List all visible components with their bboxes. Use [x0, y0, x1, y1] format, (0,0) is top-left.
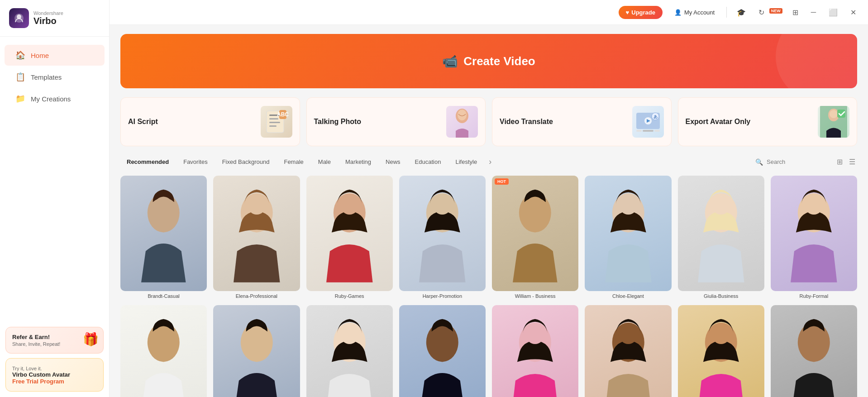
svg-rect-16 — [636, 130, 642, 132]
avatar-card[interactable]: Amara - Traditional — [678, 305, 764, 397]
svg-point-64 — [434, 326, 451, 344]
feature-card-talking-photo[interactable]: Talking Photo — [306, 97, 486, 146]
avatar-grid: Brandt-Casual Elena-Professional Ruby-Ga… — [120, 176, 857, 397]
refresh-icon[interactable]: ↻ — [756, 7, 767, 18]
sidebar-banners: 🎁 Refer & Earn! Share, Invite, Repeat! T… — [0, 321, 109, 397]
upgrade-button[interactable]: ♥ Upgrade — [619, 6, 663, 19]
sidebar-item-home[interactable]: 🏠 Home — [5, 45, 105, 66]
svg-text:あ: あ — [653, 115, 657, 119]
filter-bar: Recommended Favorites Fixed Background F… — [120, 155, 857, 168]
svg-point-11 — [458, 110, 466, 118]
my-account-button[interactable]: 👤 My Account — [670, 6, 719, 19]
svg-point-22 — [830, 110, 838, 118]
filter-tab-marketing[interactable]: Marketing — [339, 155, 377, 168]
filter-tab-education[interactable]: Education — [409, 155, 448, 168]
export-avatar-image — [818, 106, 849, 138]
minimize-icon[interactable]: ─ — [808, 6, 819, 18]
try-love-subtitle: Try it, Love it. — [12, 366, 97, 371]
gift-icon: 🎁 — [83, 332, 99, 347]
feature-card-ai-script[interactable]: AI Script ABC — [120, 97, 300, 146]
avatar-card[interactable]: Mina - Hanfu — [306, 305, 393, 397]
svg-rect-4 — [269, 118, 278, 120]
grid-view-button[interactable]: ⊞ — [835, 156, 844, 168]
avatar-card[interactable]: Ruby-Games — [306, 176, 393, 299]
avatar-card[interactable]: Ruby-Formal — [771, 176, 857, 299]
svg-point-60 — [340, 326, 358, 344]
create-video-banner[interactable]: 📹 Create Video — [120, 34, 857, 88]
avatar-card[interactable]: Brandt-Casual — [120, 176, 207, 299]
logo-icon — [9, 8, 29, 28]
filter-tab-male[interactable]: Male — [312, 155, 337, 168]
filter-tab-fixed-background[interactable]: Fixed Background — [216, 155, 276, 168]
svg-point-49 — [805, 197, 823, 215]
sidebar-item-label-my-creations: My Creations — [31, 95, 71, 103]
avatar-card[interactable]: Arjun - Araber — [120, 305, 207, 397]
free-trial-banner[interactable]: Try it, Love it. Virbo Custom Avatar Fre… — [5, 358, 104, 392]
avatar-card[interactable]: Noppon - Fitness — [771, 305, 857, 397]
feature-card-video-translate[interactable]: Video Translate あ — [492, 97, 672, 146]
filter-tab-recommended[interactable]: Recommended — [120, 155, 175, 168]
filter-tab-favorites[interactable]: Favorites — [177, 155, 214, 168]
svg-point-73 — [712, 326, 730, 344]
refer-earn-banner[interactable]: 🎁 Refer & Earn! Share, Invite, Repeat! — [5, 327, 104, 354]
avatar-card[interactable]: Contee-Leisure — [585, 305, 671, 397]
ai-script-label: AI Script — [128, 118, 158, 126]
svg-rect-23 — [837, 110, 845, 118]
avatar-card[interactable]: Chloe-Elegant — [585, 176, 671, 299]
filter-tab-lifestyle[interactable]: Lifestyle — [449, 155, 483, 168]
free-trial-text: Free Trial Program — [12, 378, 97, 385]
svg-point-57 — [248, 326, 265, 344]
svg-point-30 — [248, 197, 265, 215]
search-bar[interactable]: 🔍 — [749, 156, 830, 168]
svg-rect-6 — [269, 125, 277, 127]
feature-card-export-avatar[interactable]: Export Avatar Only — [678, 97, 858, 146]
video-translate-label: Video Translate — [500, 118, 553, 126]
sidebar-item-my-creations[interactable]: 📁 My Creations — [5, 88, 105, 109]
avatar-name: Harper-Promotion — [399, 293, 486, 299]
svg-point-53 — [155, 326, 172, 344]
avatar-card[interactable]: Harper-Promotion — [399, 176, 486, 299]
new-badge: NEW — [769, 8, 782, 14]
filter-tab-female[interactable]: Female — [277, 155, 310, 168]
avatar-name: Brandt-Casual — [120, 293, 207, 299]
talking-photo-image — [446, 106, 478, 138]
svg-point-67 — [526, 326, 544, 344]
avatar-card[interactable]: Elena-Professional — [213, 176, 300, 299]
avatar-card[interactable]: John-Marketer — [399, 305, 486, 397]
avatar-card[interactable]: Gabriel-Business — [213, 305, 300, 397]
sidebar-item-label-templates: Templates — [31, 73, 62, 81]
graduation-icon[interactable]: 🎓 — [734, 6, 749, 19]
svg-rect-15 — [643, 130, 653, 132]
sidebar-item-label-home: Home — [31, 52, 49, 59]
svg-point-40 — [526, 197, 544, 215]
my-creations-icon: 📁 — [15, 94, 25, 104]
filter-more-button[interactable]: › — [485, 155, 495, 168]
my-account-label: My Account — [684, 9, 715, 16]
sidebar-item-templates[interactable]: 📋 Templates — [5, 67, 105, 87]
search-input[interactable] — [767, 158, 812, 165]
avatar-name: Ruby-Formal — [771, 293, 857, 299]
avatar-card[interactable]: Giulia-Business — [678, 176, 764, 299]
svg-rect-17 — [654, 130, 660, 132]
filter-tab-news[interactable]: News — [379, 155, 407, 168]
page-content: 📹 Create Video AI Script ABC — [110, 25, 868, 397]
grid-icon[interactable]: ⊞ — [790, 6, 801, 19]
avatar-card[interactable]: Harper - News Anchor — [492, 305, 578, 397]
titlebar-divider — [726, 7, 727, 18]
avatar-card[interactable]: HOT William - Business — [492, 176, 578, 299]
avatar-name: William - Business — [492, 293, 578, 299]
list-view-button[interactable]: ☰ — [847, 156, 857, 168]
titlebar: ♥ Upgrade 👤 My Account 🎓 ↻ NEW ⊞ ─ ⬜ ✕ — [110, 0, 868, 25]
avatar-name: Giulia-Business — [678, 293, 764, 299]
avatar-name: Chloe-Elegant — [585, 293, 671, 299]
svg-point-70 — [619, 326, 637, 344]
upgrade-label: Upgrade — [631, 9, 655, 16]
maximize-icon[interactable]: ⬜ — [826, 6, 840, 19]
svg-point-33 — [340, 197, 358, 215]
avatar-name: Ruby-Games — [306, 293, 393, 299]
filter-tabs: Recommended Favorites Fixed Background F… — [120, 155, 749, 168]
svg-text:ABC: ABC — [277, 111, 289, 118]
feature-cards: AI Script ABC Talking Photo — [120, 97, 857, 146]
close-icon[interactable]: ✕ — [848, 6, 859, 19]
svg-point-36 — [434, 197, 451, 215]
